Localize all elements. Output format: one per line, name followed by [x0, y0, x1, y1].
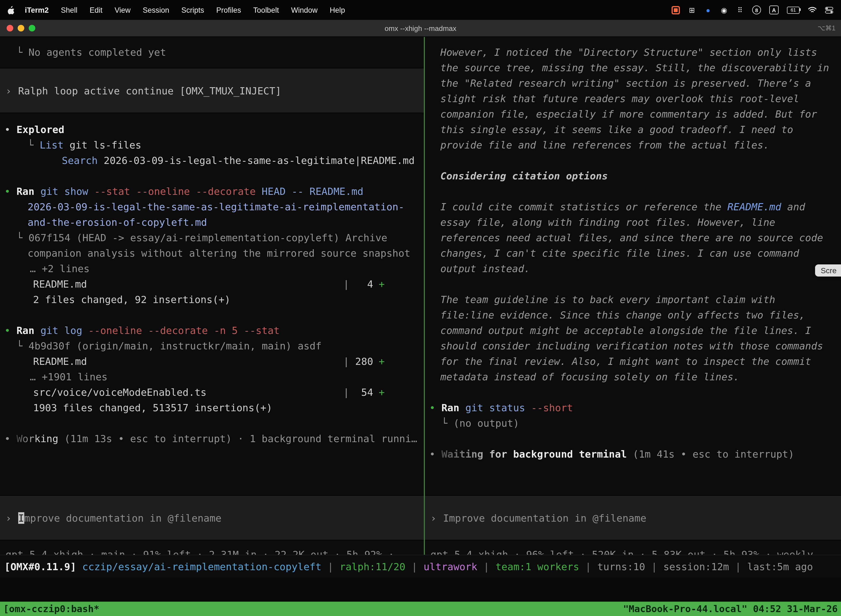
menu-bar: iTerm2 Shell Edit View Session Scripts P… — [0, 0, 841, 20]
menu-item-view[interactable]: View — [114, 6, 130, 14]
tmux-window-name[interactable]: [omx-cczip0:bash* — [3, 603, 99, 615]
omx-mode: ultrawork — [423, 560, 477, 572]
paragraph-text: I could cite commit statistics or refere… — [440, 201, 727, 213]
commit-text: └ 067f154 (HEAD -> essay/ai-reimplementa… — [16, 232, 387, 243]
bullet-icon: • — [429, 402, 435, 414]
command-flags: --short — [531, 402, 573, 414]
omx-last-activity: last:5m ago — [747, 560, 813, 572]
command-text: git log — [35, 324, 88, 336]
plus-indicator: + — [378, 278, 385, 290]
readme-link-text: README.md — [727, 201, 781, 213]
agents-status-text: └ No agents completed yet — [16, 46, 166, 58]
blue-app-icon[interactable]: ● — [704, 6, 712, 14]
thinking-paragraph-3: The team guideline is to back every impo… — [440, 292, 829, 385]
menu-item-help[interactable]: Help — [330, 6, 345, 14]
input-source-icon[interactable]: A — [769, 6, 779, 14]
commit-text: └ 4b9d30f (origin/main, instructkr/main,… — [16, 340, 321, 352]
diffstat-count: | 280+ — [343, 354, 385, 369]
screen-recording-indicator-icon[interactable] — [672, 6, 680, 14]
zoom-button[interactable] — [29, 25, 35, 31]
separator: | — [651, 560, 657, 572]
close-button[interactable] — [7, 25, 13, 31]
diffstat-summary-text: 1903 files changed, 513517 insertions(+) — [33, 402, 273, 414]
menu-bar-extras: ⊞ ● ◉ ⠿ 8 A 61 — [672, 6, 833, 14]
terminal-bottom-gap — [0, 577, 841, 602]
command-text: git status — [459, 402, 531, 414]
pipe-separator: | — [343, 355, 349, 367]
more-lines-indicator: … +2 lines — [0, 261, 424, 277]
tool-args: 2026-03-09-is-legal-the-same-as-legitima… — [98, 154, 415, 166]
prompt-placeholder: mprove documentation in @filename — [24, 512, 221, 524]
filename-text: 2026-03-09-is-legal-the-same-as-legitima… — [28, 201, 404, 213]
omx-team: team:1 workers — [495, 560, 579, 572]
menu-item-scripts[interactable]: Scripts — [181, 6, 204, 14]
thinking-paragraph-2: I could cite commit statistics or refere… — [440, 199, 829, 277]
left-prompt-input[interactable]: ›Improve documentation in @filename — [0, 495, 424, 540]
screen-share-tab[interactable]: Scre — [815, 264, 841, 277]
bullet-icon: • — [429, 448, 435, 460]
chevron-icon: › — [6, 85, 12, 96]
omx-status-bar: [OMX#0.11.9] cczip/essay/ai-reimplementa… — [0, 555, 841, 577]
chevron-icon: › — [431, 512, 437, 524]
no-output-text: └ (no output) — [441, 417, 519, 429]
explored-search-line: Search 2026-03-09-is-legal-the-same-as-l… — [0, 153, 424, 168]
screen: iTerm2 Shell Edit View Session Scripts P… — [0, 0, 841, 616]
tmux-status-bar: [omx-cczip0:bash* "MacBook-Pro-44.local"… — [0, 602, 841, 616]
command-flags: --oneline --decorate -n 5 --stat — [88, 324, 280, 336]
ralph-loop-banner: ›Ralph loop active continue [OMX_TMUX_IN… — [0, 68, 424, 113]
no-output-line: └ (no output) — [425, 416, 841, 431]
diffstat-row: README.md| 280+ — [0, 354, 424, 369]
menu-item-toolbelt[interactable]: Toolbelt — [253, 6, 279, 14]
working-detail: (11m 13s • esc to interrupt) · 1 backgro… — [58, 433, 417, 444]
menu-item-edit[interactable]: Edit — [90, 6, 103, 14]
more-lines-text: … +2 lines — [30, 263, 90, 274]
explored-list-line: └List git ls-files — [0, 138, 424, 153]
keycap-8-icon[interactable]: 8 — [752, 6, 761, 14]
diffstat-row: src/voice/voiceModeEnabled.ts| 54+ — [0, 385, 424, 400]
ran-label: Ran — [441, 402, 459, 414]
plus-indicator: + — [378, 355, 385, 367]
menu-item-session[interactable]: Session — [143, 6, 169, 14]
right-prompt-input[interactable]: ›Improve documentation in @filename — [425, 495, 841, 540]
minimize-button[interactable] — [18, 25, 24, 31]
apple-logo-icon[interactable] — [8, 6, 15, 14]
commit-line: └ 067f154 (HEAD -> essay/ai-reimplementa… — [0, 230, 424, 246]
diffstat-summary-text: 2 files changed, 92 insertions(+) — [33, 294, 230, 305]
thinking-heading-text: Considering citation options — [440, 170, 608, 182]
terminal: └ No agents completed yet ›Ralph loop ac… — [0, 37, 841, 555]
omx-session-time: session:12m — [663, 560, 729, 572]
window-title-bar[interactable]: omx --xhigh --madmax ⌥⌘1 — [0, 20, 841, 37]
diffstat-summary: 1903 files changed, 513517 insertions(+) — [0, 400, 424, 416]
dark-app-icon[interactable]: ◉ — [720, 6, 728, 14]
menu-item-window[interactable]: Window — [291, 6, 318, 14]
left-pane[interactable]: └ No agents completed yet ›Ralph loop ac… — [0, 37, 424, 555]
battery-icon[interactable]: 61 — [787, 6, 800, 13]
ran-git-log-line: •Ran git log --oneline --decorate -n 5 -… — [0, 323, 424, 338]
pipe-separator: | — [343, 278, 349, 290]
menu-app-name[interactable]: iTerm2 — [25, 6, 49, 14]
tool-verb: Search — [62, 154, 98, 166]
filename-wrap-line: and-the-erosion-of-copyleft.md — [0, 215, 424, 230]
ralph-loop-text: Ralph loop active continue [OMX_TMUX_INJ… — [18, 85, 281, 96]
diffstat-filename: README.md — [33, 278, 87, 290]
bullet-icon: • — [4, 124, 10, 135]
window-title: omx --xhigh --madmax — [385, 24, 456, 32]
command-args: HEAD -- README.md — [256, 185, 363, 197]
working-status-line: •Working (11m 13s • esc to interrupt) · … — [0, 431, 424, 447]
tree-branch-icon: └ — [28, 139, 34, 151]
commit-text: companion analysis without altering the … — [28, 247, 410, 259]
dots-grid-icon[interactable]: ⠿ — [736, 6, 744, 14]
control-center-icon[interactable] — [825, 6, 833, 13]
menu-item-shell[interactable]: Shell — [61, 6, 78, 14]
diffstat-filename: README.md — [33, 355, 87, 367]
waiting-label: Waiting for background terminal — [441, 448, 627, 460]
right-session-status: gpt-5.4 xhigh · 96% left · 520K in · 5.8… — [425, 547, 841, 555]
grid-icon[interactable]: ⊞ — [688, 6, 696, 14]
text-cursor: I — [18, 512, 24, 524]
right-pane[interactable]: However, I noticed the "Directory Struct… — [425, 37, 841, 555]
window-controls — [7, 25, 35, 31]
menu-item-profiles[interactable]: Profiles — [216, 6, 241, 14]
wifi-icon[interactable] — [808, 7, 817, 13]
explored-header: •Explored — [0, 122, 424, 138]
omx-version: [OMX#0.11.9] — [4, 560, 76, 572]
